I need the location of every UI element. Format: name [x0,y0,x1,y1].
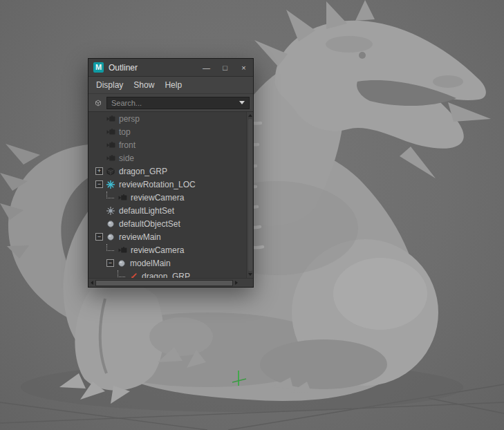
camera-icon [118,245,127,254]
camera-icon [106,114,115,123]
tree-row[interactable]: −reviewMain [88,230,246,243]
tree-row-label: reviewMain [119,232,161,242]
tree-row[interactable]: −reviewRotation_LOC [88,178,246,191]
expander-toggle[interactable]: − [95,233,103,241]
tree-row-label: modelMain [130,259,171,268]
tree-row-label: defaultLightSet [119,206,174,216]
maya-logo-icon: M [93,62,104,73]
scroll-up-arrow[interactable] [248,114,252,117]
tree-row[interactable]: dragon_GRP [88,270,246,278]
tree-row[interactable]: reviewCamera [88,243,246,256]
filter-cube-icon[interactable] [93,98,103,108]
camera-icon [106,153,115,162]
outliner-menubar: Display Show Help [88,77,253,94]
camera-icon [106,140,115,149]
search-placeholder: Search... [111,99,142,107]
camera-icon [118,193,127,202]
tree-row-label: defaultObjectSet [119,219,180,229]
window-title: Outliner [109,63,138,73]
tree-row-label: front [119,140,136,150]
menu-display[interactable]: Display [96,80,123,90]
menu-help[interactable]: Help [165,80,182,90]
scroll-down-arrow[interactable] [248,273,252,276]
horizontal-scrollbar[interactable] [88,278,253,287]
light-set-icon [106,206,115,215]
tree-row[interactable]: side [88,151,246,165]
tree-row-label: reviewCamera [131,245,184,255]
tree-row[interactable]: defaultObjectSet [88,217,246,230]
locator-icon [106,180,115,189]
vertical-scrollbar[interactable] [246,112,253,278]
object-set-icon [106,232,115,241]
expander-toggle[interactable]: − [106,259,114,267]
tree-row[interactable]: front [88,138,246,151]
outliner-window: M Outliner — □ × Display Show Help Searc… [88,58,254,288]
tree-row-label: reviewRotation_LOC [119,180,196,189]
outliner-search-row: Search... [88,94,253,112]
object-set-icon [117,259,127,268]
reference-icon [129,272,138,278]
tree-row[interactable]: +dragon_GRP [88,165,246,178]
scroll-right-arrow[interactable] [235,281,238,285]
outliner-tree-wrap: persptopfrontside+dragon_GRP−reviewRotat… [88,112,253,278]
outliner-tree[interactable]: persptopfrontside+dragon_GRP−reviewRotat… [88,112,246,278]
minimize-button[interactable]: — [197,59,216,76]
vertical-scroll-thumb[interactable] [248,119,252,271]
outliner-titlebar[interactable]: M Outliner — □ × [88,59,253,77]
search-input[interactable]: Search... [106,97,250,109]
expander-toggle[interactable]: + [95,167,103,175]
tree-row-label: persp [119,114,140,124]
scroll-left-arrow[interactable] [91,281,93,285]
object-set-icon [106,219,115,228]
tree-row[interactable]: reviewCamera [88,191,246,204]
tree-row-label: dragon_GRP [119,167,167,176]
window-controls: — □ × [197,59,253,76]
horizontal-scroll-thumb[interactable] [95,280,233,286]
expander-toggle[interactable]: − [95,180,103,188]
maya-viewport-screen: { "colors": { "viewport_bg": "#6e6e6e", … [0,0,504,430]
menu-show[interactable]: Show [133,80,154,90]
close-button[interactable]: × [234,59,253,76]
tree-row[interactable]: persp [88,112,246,125]
transform-icon [106,167,115,176]
maximize-button[interactable]: □ [216,59,234,76]
tree-row-label: top [119,127,131,137]
tree-connector-line [106,244,114,251]
tree-row-label: side [119,153,134,163]
search-dropdown-icon[interactable] [239,101,245,104]
tree-connector-line [106,191,114,198]
tree-row[interactable]: −modelMain [88,256,246,270]
camera-icon [106,127,115,136]
tree-row[interactable]: defaultLightSet [88,204,246,217]
tree-row-label: dragon_GRP [142,272,190,279]
tree-connector-line [118,270,125,277]
tree-row-label: reviewCamera [131,193,184,203]
tree-row[interactable]: top [88,125,246,138]
